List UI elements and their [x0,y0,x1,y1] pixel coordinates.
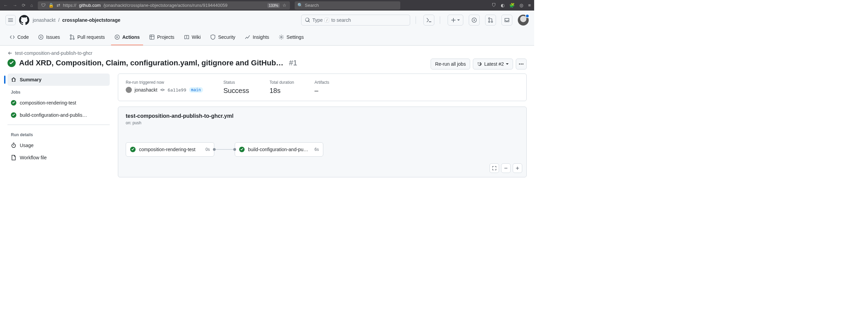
url-scheme: https:// [63,3,76,8]
tab-wiki[interactable]: Wiki [181,30,204,45]
account-icon[interactable]: ◐ [501,3,505,8]
gear-icon [279,34,284,40]
rerun-all-button[interactable]: Re-run all jobs [431,59,470,69]
tab-settings[interactable]: Settings [275,30,307,45]
run-title: Add XRD, Composition, Claim, configurati… [19,59,283,67]
add-dropdown-button[interactable] [448,15,463,26]
actor-name[interactable]: jonashackt [135,87,157,93]
svg-point-9 [73,38,74,39]
more-options-button[interactable] [516,59,527,69]
code-icon [10,34,15,40]
breadcrumb-repo[interactable]: crossplane-objectstorage [62,17,120,23]
project-icon [149,34,155,40]
svg-point-3 [489,21,490,22]
commit-sha[interactable]: 6a11e99 [168,87,186,93]
stopwatch-icon [11,143,16,148]
repo-nav: Code Issues Pull requests Actions Projec… [0,29,534,46]
user-avatar[interactable] [518,15,529,26]
pocket-icon[interactable]: ⛉ [492,3,496,8]
svg-point-16 [523,64,524,65]
workflow-back-link[interactable]: test-composition-and-publish-to-ghcr [7,50,527,56]
ext2-icon[interactable]: ◎ [520,3,523,8]
zoom-out-button[interactable] [501,163,511,173]
job1-duration: 0s [205,147,210,152]
tab-issues[interactable]: Issues [35,30,63,45]
run-title-row: Add XRD, Composition, Claim, configurati… [7,58,527,74]
sidebar-usage[interactable]: Usage [7,139,110,151]
svg-point-4 [491,21,493,22]
run-content: Re-run triggered now jonashackt 6a11e99 … [118,74,527,177]
github-logo-icon[interactable] [19,15,29,25]
tab-pulls[interactable]: Pull requests [66,30,108,45]
zoom-badge[interactable]: 133% [267,3,280,8]
run-header-block: test-composition-and-publish-to-ghcr Add… [7,50,527,74]
job2-duration: 6s [314,147,319,152]
graph-controls [490,163,522,173]
menu-icon[interactable]: ≡ [528,3,531,8]
sidebar-rundetails-heading: Run details [7,128,110,139]
status-success-icon [7,59,16,67]
shield-icon [210,34,216,40]
run-number: #1 [289,59,297,67]
url-path: /jonashackt/crossplane-objectstorage/act… [103,3,264,8]
hamburger-button[interactable] [5,15,16,25]
artifacts-label: Artifacts [314,80,329,85]
inbox-button[interactable] [501,15,512,26]
workflow-graph: test-composition-and-publish-to-ghcr.yml… [118,107,527,177]
header-separator [416,16,416,24]
header-separator [440,16,440,24]
artifacts-value: – [314,87,329,95]
url-host: github.com [79,3,101,8]
command-palette-button[interactable] [423,15,434,26]
home-icon[interactable]: ⌂ [30,3,33,8]
kebab-icon [518,61,524,67]
tab-actions[interactable]: Actions [111,30,143,45]
arrow-left-icon [7,51,12,55]
check-icon [239,147,245,152]
pull-requests-button[interactable] [485,15,496,26]
back-icon[interactable]: ← [3,3,8,8]
sidebar-job-2[interactable]: build-configuration-and-publis… [7,109,110,121]
sidebar-workflow-file[interactable]: Workflow file [7,151,110,164]
workflow-file-name: test-composition-and-publish-to-ghcr.yml [126,113,519,119]
zoom-in-button[interactable] [513,163,522,173]
fullscreen-button[interactable] [490,163,499,173]
sidebar-jobs-heading: Jobs [7,86,110,97]
check-icon [11,112,16,118]
tab-projects[interactable]: Projects [146,30,178,45]
tab-insights[interactable]: Insights [242,30,273,45]
url-bar[interactable]: 🛡 🔒 ⇄ https://github.com/jonashackt/cros… [38,1,290,10]
play-icon [114,34,120,40]
tab-code[interactable]: Code [6,30,32,45]
graph-job-2[interactable]: build-configuration-and-pu… 6s [235,142,323,157]
latest-attempt-dropdown[interactable]: Latest #2 [473,59,513,69]
search-icon [305,17,310,23]
browser-right-icons: ⛉ ◐ 🧩 ◎ ≡ [492,3,531,8]
history-icon [477,62,482,66]
branch-pill[interactable]: main [189,87,203,93]
status-label: Status [223,80,249,85]
graph-job-1[interactable]: composition-rendering-test 0s [126,142,214,157]
github-search[interactable]: Type / to search [301,15,410,26]
run-sidebar: Summary Jobs composition-rendering-test … [7,74,110,177]
tab-security[interactable]: Security [207,30,239,45]
issues-button[interactable] [469,15,480,26]
forward-icon[interactable]: → [13,3,17,8]
actor-avatar[interactable] [126,87,132,93]
run-meta-box: Re-run triggered now jonashackt 6a11e99 … [118,74,527,101]
pr-icon [69,34,75,40]
check-icon [11,100,16,106]
svg-point-1 [474,19,475,21]
sidebar-summary[interactable]: Summary [7,74,110,86]
svg-rect-11 [150,35,154,39]
extensions-icon[interactable]: 🧩 [509,3,515,8]
chevron-down-icon [506,63,509,65]
browser-search[interactable]: 🔍 Search [295,1,400,10]
reload-icon[interactable]: ⟳ [22,3,26,8]
bookmark-star-icon[interactable]: ☆ [282,3,286,8]
breadcrumb: jonashackt / crossplane-objectstorage [33,17,120,23]
sidebar-job-1[interactable]: composition-rendering-test [7,97,110,109]
breadcrumb-owner[interactable]: jonashackt [33,17,56,23]
breadcrumb-slash: / [58,17,60,23]
graph-connector [214,149,235,150]
